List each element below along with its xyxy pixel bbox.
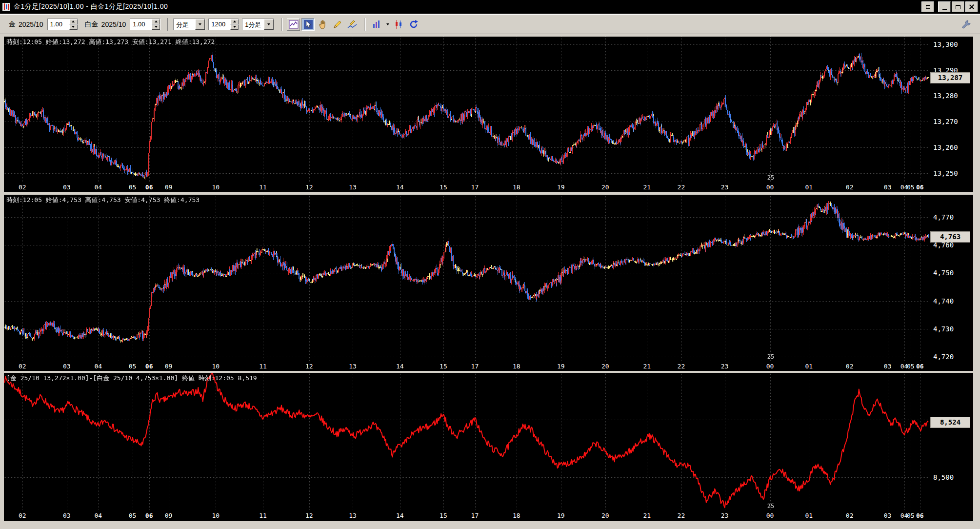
close-button[interactable] — [965, 1, 978, 12]
x-tick-label: 02 — [19, 363, 26, 370]
x-tick-label: 02 — [846, 363, 854, 370]
x-tick-label: 18 — [513, 363, 520, 370]
chart-panel-gold: 時刻:12:05 始値:13,272 高値:13,273 安値:13,271 終… — [4, 37, 973, 192]
spread-line-canvas[interactable] — [4, 373, 929, 510]
ohlc-info-gold: 時刻:12:05 始値:13,272 高値:13,273 安値:13,271 終… — [6, 38, 215, 46]
x-tick-label: 03 — [884, 183, 892, 191]
float-window-button[interactable] — [921, 1, 934, 12]
x-tick-label: 09 — [165, 512, 173, 519]
gold-multiplier-value[interactable]: 1.00 — [48, 19, 69, 30]
y-tick-label: 13,270 — [933, 118, 958, 125]
x-tick-label: 03 — [884, 512, 892, 519]
spin-up-button[interactable] — [230, 19, 239, 24]
last-price-badge-gold: 13,287 — [930, 72, 970, 83]
x-tick-label: 02 — [19, 512, 26, 519]
x-tick-label: 06 — [916, 183, 924, 191]
x-tick-label: 05 — [907, 363, 915, 370]
x-tick-label: 06 — [916, 363, 924, 370]
x-tick-label: 14 — [396, 363, 404, 370]
window-title: 金1分足[2025/10]1.00 - 白金1分足[2025/10]1.00 — [14, 2, 168, 11]
spin-up-button[interactable] — [152, 19, 160, 24]
x-tick-label: 11 — [259, 363, 267, 370]
pencil-line-tool[interactable] — [345, 18, 359, 31]
titlebar[interactable]: 金1分足[2025/10]1.00 - 白金1分足[2025/10]1.00 — [0, 0, 980, 14]
pencil-tool[interactable] — [331, 18, 344, 31]
x-tick-label: 23 — [721, 512, 729, 519]
compare-chart-tool[interactable] — [392, 18, 405, 31]
x-tick-label: 13 — [349, 183, 357, 191]
y-axis-platinum: 4,7704,7604,7504,7404,7304,720 — [929, 195, 973, 361]
platinum-candlestick-canvas[interactable] — [4, 195, 929, 361]
chevron-down-icon[interactable] — [195, 19, 205, 30]
toolbar: 金 2025/10 1.00 白金 2025/10 1.00 分足 1200 — [0, 14, 980, 34]
x-tick-label: 04 — [94, 512, 102, 519]
x-tick-label: 10 — [212, 512, 220, 519]
x-axis-gold: 0203040506091011121314151718192021222300… — [4, 182, 973, 192]
bar-interval-select[interactable]: 1分足 — [242, 19, 274, 30]
spin-up-button[interactable] — [69, 19, 78, 24]
x-tick-label: 17 — [471, 512, 479, 519]
toolbar-separator — [167, 18, 169, 31]
x-tick-label: 03 — [884, 363, 892, 370]
last-price-badge-platinum: 4,763 — [930, 231, 970, 243]
x-tick-label: 15 — [440, 183, 447, 191]
x-axis-platinum: 0203040506091011121314151718192021222300… — [4, 361, 973, 371]
x-tick-label: 05 — [129, 363, 137, 370]
x-tick-label: 05 — [907, 512, 915, 519]
gold-label: 金 — [9, 20, 16, 29]
chevron-down-icon[interactable] — [384, 18, 391, 31]
maximize-button[interactable] — [952, 1, 964, 12]
bar-count-value[interactable]: 1200 — [209, 19, 230, 30]
gold-multiplier-spinner[interactable]: 1.00 — [47, 19, 78, 30]
chevron-down-icon[interactable] — [264, 19, 274, 30]
x-tick-label: 00 — [766, 512, 774, 519]
x-tick-label: 13 — [349, 363, 357, 370]
x-tick-label: 23 — [721, 363, 729, 370]
gold-month[interactable]: 2025/10 — [19, 20, 43, 28]
x-tick-label: 02 — [19, 183, 26, 191]
x-tick-label: 05 — [129, 183, 137, 191]
refresh-tool[interactable] — [407, 18, 420, 31]
x-tick-label: 09 — [165, 363, 173, 370]
bar-count-spinner[interactable]: 1200 — [208, 19, 239, 30]
x-tick-label: 12 — [305, 512, 313, 519]
x-tick-label: 06 — [145, 183, 153, 191]
y-tick-label: 4,740 — [933, 297, 954, 305]
last-value-badge-spread: 8,524 — [930, 417, 970, 428]
minimize-button[interactable] — [938, 1, 951, 12]
gold-candlestick-canvas[interactable] — [4, 37, 929, 182]
x-tick-label: 05 — [129, 512, 137, 519]
x-axis-spread: 0203040506091011121314151718192021222300… — [4, 510, 973, 521]
x-tick-label: 12 — [305, 183, 313, 191]
x-tick-label: 00 — [766, 183, 774, 191]
platinum-multiplier-value[interactable]: 1.00 — [130, 19, 152, 30]
x-tick-label: 20 — [601, 363, 609, 370]
y-tick-label: 8,500 — [933, 473, 954, 481]
chart-cursor-tool[interactable] — [287, 18, 300, 31]
x-tick-label: 15 — [440, 363, 447, 370]
chart-panel-spread: [金 25/10 13,272×1.00]-[白金 25/10 4,753×1.… — [4, 373, 973, 521]
y-tick-label: 4,730 — [933, 325, 954, 333]
x-tick-label: 06 — [145, 512, 153, 519]
ohlc-info-platinum: 時刻:12:05 始値:4,753 高値:4,753 安値:4,753 終値:4… — [6, 196, 200, 204]
y-tick-label: 13,260 — [933, 143, 958, 151]
pan-tool[interactable] — [316, 18, 329, 31]
platinum-multiplier-spinner[interactable]: 1.00 — [130, 19, 160, 30]
x-tick-label: 23 — [721, 183, 729, 191]
select-tool[interactable] — [301, 18, 315, 31]
x-tick-label: 21 — [643, 183, 651, 191]
x-tick-label: 18 — [513, 512, 520, 519]
period-type-select[interactable]: 分足 — [173, 19, 205, 30]
x-tick-label: 22 — [678, 512, 685, 519]
platinum-month[interactable]: 2025/10 — [101, 20, 126, 28]
y-tick-label: 4,770 — [933, 213, 954, 221]
spread-info: [金 25/10 13,272×1.00]-[白金 25/10 4,753×1.… — [6, 374, 257, 383]
charts-area: 時刻:12:05 始値:13,272 高値:13,273 安値:13,271 終… — [0, 34, 980, 529]
x-tick-label: 21 — [643, 363, 651, 370]
spin-down-button[interactable] — [230, 24, 239, 30]
spin-down-button[interactable] — [152, 24, 160, 30]
period-type-value: 分足 — [174, 19, 195, 30]
spin-down-button[interactable] — [69, 24, 78, 30]
settings-tool[interactable] — [960, 18, 973, 31]
chart-type-dropdown[interactable] — [370, 18, 383, 31]
